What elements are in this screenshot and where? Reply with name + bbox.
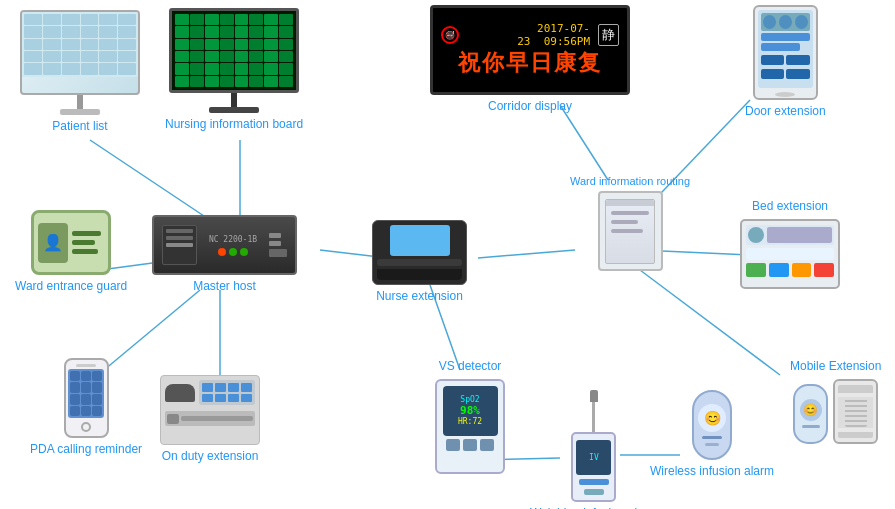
nursing-board-screen bbox=[169, 8, 299, 113]
wireless-alarm-unit: 😊 bbox=[692, 390, 732, 460]
corridor-display-device: 🚭 2017-07-23 09:56PM 静 祝你早日康复 Corridor d… bbox=[430, 5, 630, 115]
master-host-label: Master host bbox=[193, 279, 256, 295]
patient-list-monitor bbox=[20, 10, 140, 95]
mobile-extension-unit: 😊 bbox=[793, 379, 878, 444]
master-host-box: NC 2200-1B bbox=[152, 215, 297, 275]
pda-label: PDA calling reminder bbox=[30, 442, 142, 458]
corridor-text: 祝你早日康复 bbox=[458, 48, 602, 78]
weighing-alarm-device: IV Weighing infusion alarm bbox=[530, 390, 658, 509]
wireless-alarm-device: 😊 Wireless infusion alarm bbox=[650, 390, 774, 480]
no-smoke-icon: 🚭 bbox=[441, 26, 459, 44]
bed-extension-tablet bbox=[740, 219, 840, 289]
bed-extension-label-top: Bed extension bbox=[752, 199, 828, 215]
patient-list-label: Patient list bbox=[52, 119, 107, 135]
pda-phone bbox=[64, 358, 109, 438]
on-duty-label: On duty extension bbox=[162, 449, 259, 465]
mobile-extension-label-top: Mobile Extension bbox=[790, 359, 881, 375]
corridor-date-time: 2017-07-23 09:56PM bbox=[467, 22, 590, 48]
ward-routing-device: Ward information routing bbox=[570, 175, 690, 271]
door-extension-device: Door extension bbox=[745, 5, 826, 120]
corridor-display-label: Corridor display bbox=[488, 99, 572, 115]
on-duty-phone bbox=[160, 375, 260, 445]
patient-list-screen bbox=[20, 10, 140, 115]
ward-routing-box bbox=[598, 191, 663, 271]
diagram-container: Patient list Nursing infor bbox=[0, 0, 895, 509]
nursing-board-device: Nursing information board bbox=[165, 8, 303, 133]
bed-extension-device: Bed extension bbox=[740, 195, 840, 289]
vs-detector-device: VS detector SpO2 98% HR:72 bbox=[435, 355, 505, 474]
ward-entrance-label: Ward entrance guard bbox=[15, 279, 127, 295]
wireless-alarm-label: Wireless infusion alarm bbox=[650, 464, 774, 480]
vs-detector-unit: SpO2 98% HR:72 bbox=[435, 379, 505, 474]
svg-line-4 bbox=[478, 250, 575, 258]
patient-list-device: Patient list bbox=[20, 10, 140, 135]
mobile-extension-device: Mobile Extension 😊 bbox=[790, 355, 881, 444]
corridor-display-screen: 🚭 2017-07-23 09:56PM 静 祝你早日康复 bbox=[430, 5, 630, 95]
entrance-avatar-icon: 👤 bbox=[38, 223, 68, 263]
nursing-board-label: Nursing information board bbox=[165, 117, 303, 133]
nurse-extension-label: Nurse extension bbox=[376, 289, 463, 305]
quiet-label: 静 bbox=[598, 24, 619, 46]
ward-entrance-device: 👤 Ward entrance guard bbox=[15, 210, 127, 295]
ward-entrance-panel: 👤 bbox=[31, 210, 111, 275]
nurse-extension-device: Nurse extension bbox=[372, 220, 467, 305]
pda-device: PDA calling reminder bbox=[30, 358, 142, 458]
ward-routing-label-top: Ward information routing bbox=[570, 175, 690, 187]
door-extension-tablet bbox=[753, 5, 818, 100]
master-host-device: NC 2200-1B Master host bbox=[152, 215, 297, 295]
svg-line-5 bbox=[560, 105, 608, 180]
door-extension-label: Door extension bbox=[745, 104, 826, 120]
on-duty-device: On duty extension bbox=[160, 375, 260, 465]
vs-detector-label-top: VS detector bbox=[439, 359, 502, 375]
nurse-extension-phone bbox=[372, 220, 467, 285]
nursing-board-monitor bbox=[169, 8, 299, 93]
weighing-alarm-unit: IV bbox=[571, 390, 616, 502]
